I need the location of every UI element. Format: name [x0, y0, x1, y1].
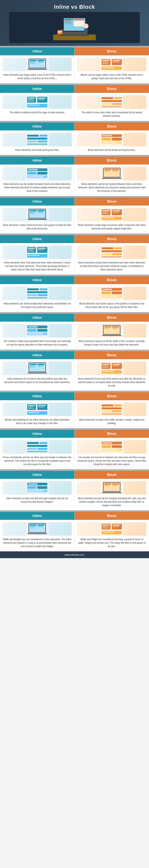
svg-rect-54: [27, 135, 39, 136]
svg-rect-220: [30, 528, 36, 528]
inline-content-11: Inline elements accept only left and rig…: [0, 479, 74, 507]
block-text-1: The width is more than inline and is ext…: [77, 111, 146, 118]
block-header-5: Block: [74, 235, 149, 243]
inline-content-6: Inline elements are stored inside block …: [0, 284, 74, 312]
svg-rect-77: [104, 169, 111, 170]
svg-rect-125: [27, 297, 47, 299]
svg-rect-121: [40, 288, 47, 290]
svg-rect-219: [30, 526, 35, 527]
svg-rect-108: [38, 248, 46, 249]
block-text-5: Block elements contain block elements an…: [77, 261, 146, 271]
svg-rect-124: [38, 294, 47, 296]
svg-rect-227: [102, 526, 108, 527]
svg-rect-155: [38, 364, 44, 365]
col-block-3: Block Block elements cannot be nested be…: [74, 157, 149, 196]
svg-rect-210: [104, 485, 109, 486]
section-row-6: Inline Inline elements are stored inside…: [0, 276, 149, 312]
col-inline-3: Inline Inline elements can be nested bet…: [0, 157, 74, 196]
inline-content-9: Border and padding of any inline element…: [0, 400, 74, 428]
header-laptop-svg: [53, 14, 96, 41]
inline-text-5: Inline elements have only data and other…: [3, 261, 72, 271]
svg-rect-82: [102, 178, 121, 179]
svg-rect-79: [104, 172, 110, 173]
inline-content-0: Inline elements can begin within a line …: [0, 55, 74, 83]
section-divider-0: [0, 46, 149, 48]
inline-header-6: Inline: [0, 276, 74, 284]
block-thumb-4: [77, 208, 146, 221]
inline-thumb-2: [3, 133, 72, 146]
svg-rect-170: [28, 405, 35, 406]
svg-rect-20: [30, 60, 37, 61]
block-text-7: Block elements expand to fill the width …: [77, 339, 146, 346]
svg-rect-96: [102, 213, 109, 214]
svg-rect-129: [102, 291, 111, 294]
page-title: Inline vs Block: [2, 4, 147, 10]
svg-rect-130: [112, 291, 122, 294]
section-divider-5: [0, 234, 149, 235]
section-6: Inline Inline elements are stored inside…: [0, 275, 149, 312]
block-text-4: Block elements create large structures w…: [77, 223, 146, 230]
footer: www.educba.com: [0, 551, 149, 558]
col-block-0: Block Blocks cannot begin within a line …: [74, 48, 149, 83]
inline-thumb-8: [3, 362, 72, 375]
svg-rect-195: [102, 445, 111, 448]
section-divider-3: [0, 155, 149, 157]
svg-rect-73: [28, 176, 44, 178]
svg-rect-32: [113, 60, 120, 61]
svg-rect-113: [102, 247, 113, 249]
section-divider-12: [0, 510, 149, 512]
inline-header-5: Inline: [0, 235, 74, 243]
section-8: Inline Inline elements do not force new …: [0, 350, 149, 391]
svg-rect-29: [102, 62, 108, 63]
col-inline-4: Inline Inline elements create small stru…: [0, 197, 74, 234]
svg-rect-230: [113, 525, 120, 526]
svg-rect-15: [58, 32, 62, 32]
svg-rect-71: [37, 172, 47, 175]
svg-rect-57: [27, 141, 37, 143]
col-inline-0: Inline Inline elements can begin within …: [0, 48, 74, 83]
block-header-0: Block: [74, 48, 149, 55]
svg-rect-164: [113, 364, 120, 365]
svg-rect-87: [30, 212, 35, 213]
svg-rect-202: [27, 486, 36, 489]
svg-rect-154: [30, 367, 36, 368]
svg-rect-117: [112, 253, 122, 255]
block-content-5: Block elements contain block elements an…: [74, 243, 149, 274]
col-block-2: Block Block elements cannot break among …: [74, 123, 149, 155]
svg-rect-39: [28, 99, 33, 100]
svg-rect-10: [74, 21, 84, 26]
svg-rect-55: [40, 135, 47, 136]
svg-rect-139: [28, 333, 44, 335]
section-4: Inline Inline elements create small stru…: [0, 196, 149, 234]
svg-rect-157: [28, 373, 47, 374]
inline-text-4: Inline elements create small structures …: [3, 223, 72, 230]
svg-rect-78: [104, 171, 109, 172]
block-thumb-0: [77, 58, 146, 71]
section-row-11: Inline Inline elements accept only left …: [0, 471, 149, 510]
inline-header-7: Inline: [0, 314, 74, 322]
svg-rect-144: [104, 328, 109, 329]
inline-text-2: Inline elements can break among the line…: [15, 148, 59, 152]
section-divider-6: [0, 275, 149, 276]
inline-thumb-3: [3, 167, 72, 180]
svg-rect-35: [102, 67, 114, 68]
inline-thumb-11: [3, 481, 72, 495]
svg-rect-59: [27, 144, 47, 145]
svg-rect-25: [28, 69, 47, 70]
section-3: Inline Inline elements can be nested bet…: [0, 155, 149, 196]
svg-rect-51: [112, 103, 122, 105]
section-12: Inline Width and heights are not conside…: [0, 510, 149, 551]
svg-rect-88: [30, 213, 36, 214]
inline-thumb-0: [3, 58, 72, 71]
inline-header-4: Inline: [0, 197, 74, 206]
svg-rect-63: [102, 138, 111, 141]
svg-rect-49: [102, 100, 122, 102]
svg-rect-24: [38, 62, 43, 63]
svg-rect-184: [102, 413, 122, 415]
block-header-2: Block: [74, 123, 149, 130]
svg-rect-38: [28, 97, 35, 99]
inline-header-0: Inline: [0, 48, 74, 55]
col-inline-12: Inline Width and heights are not conside…: [0, 512, 74, 551]
section-row-8: Inline Inline elements do not force new …: [0, 351, 149, 391]
section-row-9: Inline Border and padding of any inline …: [0, 392, 149, 428]
